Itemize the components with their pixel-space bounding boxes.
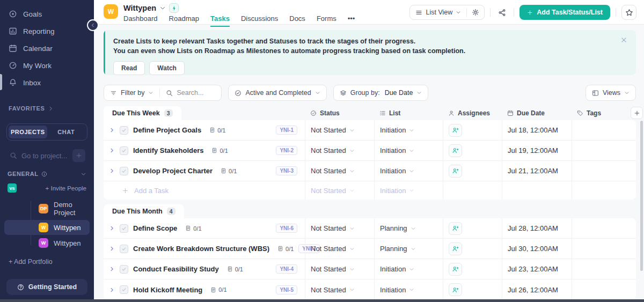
expand-chevron-icon[interactable] <box>109 246 115 252</box>
status-dropdown[interactable]: Not Started <box>311 245 355 253</box>
tab-roadmap[interactable]: Roadmap <box>169 14 199 27</box>
tab-dashboard[interactable]: Dashboard <box>123 14 158 27</box>
chevron-down-icon[interactable] <box>159 5 166 11</box>
search-input[interactable]: Search... <box>160 89 221 97</box>
list-view-dropdown[interactable]: List View <box>410 9 466 16</box>
share-icon[interactable] <box>496 6 508 19</box>
status-dropdown[interactable]: Not Started <box>311 126 355 134</box>
due-date-cell[interactable]: Jul 26, 12:00AM <box>502 279 572 300</box>
task-checkbox[interactable] <box>120 224 128 233</box>
list-dropdown[interactable]: Planning <box>380 245 416 253</box>
tab-more[interactable]: ••• <box>348 14 355 27</box>
column-header-tags[interactable]: Tags <box>572 106 636 120</box>
task-name[interactable]: Conduct Feasibility Study <box>133 265 219 273</box>
add-portfolio-button[interactable]: + Add Portfolio <box>9 258 85 266</box>
add-assignee-button[interactable] <box>449 165 462 178</box>
task-checkbox[interactable] <box>120 167 128 175</box>
add-task-status-list-button[interactable]: Add Task/Status/List <box>519 5 610 20</box>
read-button[interactable]: Read <box>113 61 145 75</box>
expand-chevron-icon[interactable] <box>109 148 115 153</box>
task-name[interactable]: Hold Kickoff Meeting <box>133 286 202 294</box>
add-assignee-button[interactable] <box>449 124 462 137</box>
tags-cell[interactable] <box>572 218 636 238</box>
column-header-assignees[interactable]: Assignees <box>443 106 502 120</box>
add-assignee-button[interactable] <box>449 222 462 235</box>
tab-tasks[interactable]: Tasks <box>210 14 230 27</box>
add-assignee-button[interactable] <box>449 242 462 255</box>
add-assignee-button[interactable] <box>449 283 462 296</box>
due-date-cell[interactable]: Jul 19, 12:00AM <box>502 141 572 160</box>
column-header-list[interactable]: List <box>374 106 443 120</box>
tags-cell[interactable] <box>572 141 636 160</box>
sidebar-project-wittypen[interactable]: W Wittypen <box>4 220 90 235</box>
task-checkbox[interactable] <box>120 126 128 135</box>
settings-gear-button[interactable] <box>466 8 484 17</box>
getting-started-button[interactable]: Getting Started <box>6 279 87 295</box>
list-dropdown[interactable]: Initiation <box>380 265 414 273</box>
status-dropdown[interactable]: Not Started <box>311 224 355 232</box>
task-checkbox[interactable] <box>120 245 128 253</box>
page-title[interactable]: Wittypen <box>123 4 156 12</box>
status-dropdown[interactable]: Not Started <box>311 286 355 294</box>
expand-chevron-icon[interactable] <box>109 127 115 133</box>
ai-sparkle-icon[interactable] <box>169 3 179 13</box>
sidebar-project-wittypen-2[interactable]: W Wittypen <box>4 235 90 251</box>
list-dropdown[interactable]: Initiation <box>380 126 414 134</box>
workspace-avatar[interactable]: vs <box>8 183 17 193</box>
task-checkbox[interactable] <box>120 265 128 274</box>
tags-cell[interactable] <box>572 120 636 140</box>
list-dropdown[interactable]: Initiation <box>380 167 414 175</box>
favorites-section-toggle[interactable]: FAVORITES <box>9 105 85 112</box>
sidebar-item-calendar[interactable]: Calendar <box>0 40 94 57</box>
add-project-button[interactable] <box>72 149 85 162</box>
expand-chevron-icon[interactable] <box>109 287 115 293</box>
tab-docs[interactable]: Docs <box>289 14 305 27</box>
column-header-status[interactable]: Status <box>305 106 374 120</box>
filter-by-dropdown[interactable]: Filter by <box>104 89 159 97</box>
list-dropdown[interactable]: Initiation <box>380 286 414 294</box>
task-name[interactable]: Define Scope <box>133 224 177 232</box>
sidebar-project-demo-project[interactable]: DP Demo Project <box>4 198 90 219</box>
tab-forms[interactable]: Forms <box>317 14 336 27</box>
ghost-status-dropdown[interactable]: Not Started <box>311 187 355 195</box>
tags-cell[interactable] <box>572 279 636 300</box>
sidebar-item-goals[interactable]: Goals <box>0 5 94 23</box>
expand-chevron-icon[interactable] <box>109 266 115 272</box>
add-assignee-button[interactable] <box>449 263 462 276</box>
task-name[interactable]: Identify Stakeholders <box>133 146 203 154</box>
views-dropdown[interactable]: Views <box>586 85 636 101</box>
tab-projects[interactable]: PROJECTS <box>9 126 47 138</box>
project-search-input[interactable]: Go to project... <box>21 152 68 160</box>
tab-chat[interactable]: CHAT <box>47 126 86 138</box>
due-date-cell[interactable]: Jul 18, 12:00AM <box>502 120 572 140</box>
invite-people-link[interactable]: + Invite People <box>46 185 86 191</box>
tab-discussions[interactable]: Discussions <box>241 14 278 27</box>
close-icon[interactable] <box>619 35 628 45</box>
group-by-dropdown[interactable]: Group by: Due Date <box>333 85 429 101</box>
task-checkbox[interactable] <box>120 285 128 294</box>
status-dropdown[interactable]: Not Started <box>311 167 355 175</box>
due-date-cell[interactable]: Jul 23, 12:00AM <box>502 259 572 279</box>
tags-cell[interactable] <box>572 239 636 259</box>
status-filter-dropdown[interactable]: Active and Completed <box>228 85 326 101</box>
task-name[interactable]: Develop Project Charter <box>133 167 213 175</box>
expand-chevron-icon[interactable] <box>109 225 115 231</box>
group-tab-due-this-month[interactable]: Due This Month 4 <box>104 204 184 218</box>
task-name[interactable]: Create Work Breakdown Structure (WBS) <box>133 245 269 253</box>
add-task-button[interactable]: Add a Task <box>104 181 305 200</box>
tags-cell[interactable] <box>572 161 636 181</box>
status-dropdown[interactable]: Not Started <box>311 146 355 154</box>
add-assignee-button[interactable] <box>449 144 462 157</box>
sidebar-item-reporting[interactable]: Reporting <box>0 23 94 40</box>
task-name[interactable]: Define Project Goals <box>133 126 201 134</box>
watch-button[interactable]: Watch <box>149 61 185 75</box>
list-dropdown[interactable]: Initiation <box>380 146 414 154</box>
sidebar-item-my-work[interactable]: My Work <box>0 57 94 74</box>
favorite-star-button[interactable] <box>621 5 636 20</box>
add-column-button[interactable] <box>631 107 643 119</box>
sidebar-collapse-button[interactable] <box>87 19 99 31</box>
column-header-due-date[interactable]: Due Date <box>502 106 572 120</box>
due-date-cell[interactable]: Jul 30, 12:00AM <box>502 239 572 259</box>
task-checkbox[interactable] <box>120 146 128 155</box>
due-date-cell[interactable]: Jul 28, 12:00AM <box>502 218 572 238</box>
